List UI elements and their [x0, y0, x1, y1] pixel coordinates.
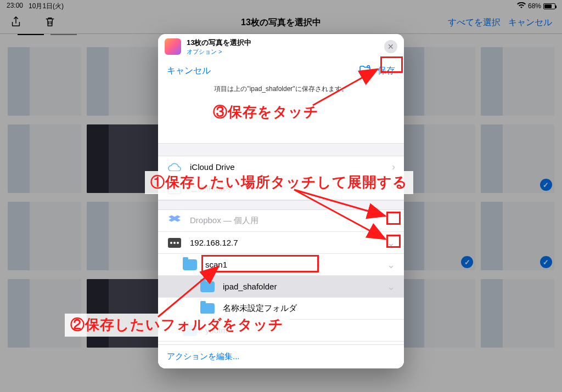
location-dropbox[interactable]: Dropbox — 個人用	[158, 210, 404, 232]
modal-cancel-button[interactable]: キャンセル	[167, 65, 211, 77]
section-gap	[158, 143, 404, 156]
chevron-down-icon[interactable]: ⌄	[387, 281, 395, 293]
folder-scan1[interactable]: scan1 ⌄	[158, 254, 404, 276]
save-destination-text: 項目は上の"ipad_shafolder"に保存されます。	[158, 82, 404, 99]
location-label: Dropbox — 個人用	[190, 215, 395, 226]
folder-icon	[182, 257, 198, 272]
modal-options-link[interactable]: オプション >	[187, 48, 379, 56]
modal-actions: キャンセル 保存	[158, 59, 404, 82]
server-icon	[167, 235, 182, 251]
modal-save-button[interactable]: 保存	[378, 65, 395, 77]
annotation-text-1: ①保存したい場所タッチして展開する	[145, 171, 413, 194]
chevron-down-icon[interactable]: ⌄	[387, 259, 395, 271]
photos-app-icon	[165, 38, 181, 55]
location-label: 192.168.12.7	[190, 238, 387, 247]
section-gap	[158, 200, 404, 210]
location-nas[interactable]: 192.168.12.7 ⌄	[158, 232, 404, 254]
edit-actions-link[interactable]: アクションを編集...	[158, 344, 404, 368]
folder-label: scan1	[205, 260, 387, 269]
annotation-text-3: ③保存をタッチ	[207, 101, 324, 124]
folder-label: 名称未設定フォルダ	[223, 303, 395, 314]
folder-label: ipad_shafolder	[223, 282, 387, 291]
close-icon[interactable]: ✕	[384, 40, 397, 53]
chevron-down-icon[interactable]: ⌄	[387, 237, 395, 249]
annotation-text-2: ②保存したいフォルダをタッチ	[65, 314, 289, 337]
folder-icon	[200, 279, 215, 294]
location-label: iCloud Drive	[190, 162, 392, 172]
dropbox-icon	[167, 213, 182, 229]
modal-header: 13枚の写真を選択中 オプション > ✕	[158, 34, 404, 59]
new-folder-icon[interactable]	[359, 65, 371, 77]
modal-title: 13枚の写真を選択中	[187, 38, 379, 48]
folder-ipad-shafolder[interactable]: ipad_shafolder ⌄	[158, 276, 404, 298]
